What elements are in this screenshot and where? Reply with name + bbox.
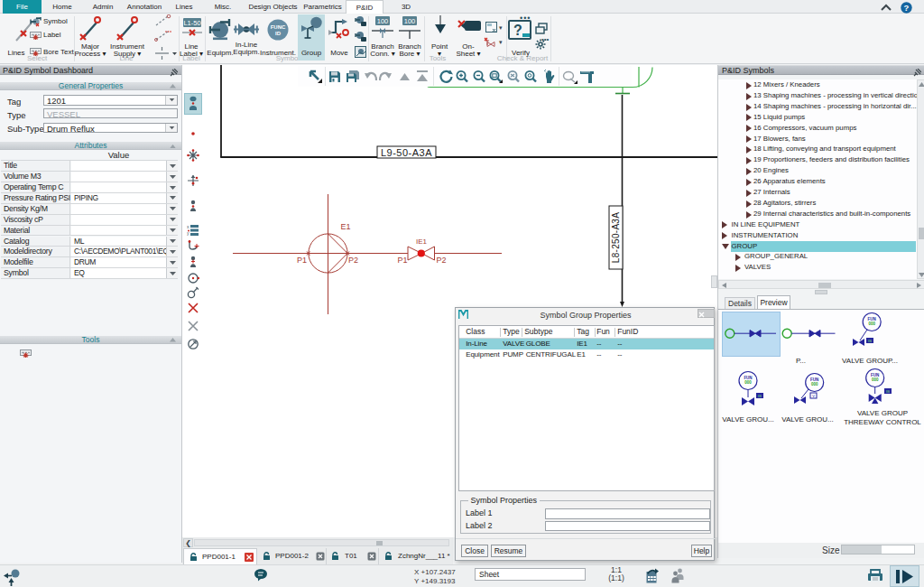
svg-text:P2: P2 [348,256,358,265]
svg-text:x: x [187,224,189,229]
svg-text:L9-50-A3A: L9-50-A3A [381,147,432,158]
svg-text:100: 100 [404,17,416,25]
svg-text:?: ? [904,3,910,13]
svg-text:IE1: IE1 [416,238,428,246]
svg-text:L1-50: L1-50 [183,19,200,27]
svg-text:P1: P1 [398,256,408,265]
svg-text:IB: IB [886,389,890,394]
svg-text:IB: IB [758,394,762,398]
svg-text:000: 000 [868,321,875,326]
svg-text:V: V [812,394,815,398]
svg-text:000: 000 [872,377,879,382]
svg-text:?: ? [513,23,522,38]
svg-text:100: 100 [377,17,389,25]
svg-text:000: 000 [744,380,752,385]
svg-text:IB: IB [868,339,872,343]
svg-text:000: 000 [811,382,818,387]
svg-text:L8-250-A3A: L8-250-A3A [611,212,621,263]
svg-text:ID: ID [275,31,282,36]
svg-text:P2: P2 [437,256,447,265]
svg-text:FUNC: FUNC [271,24,286,30]
svg-text:E1: E1 [341,222,351,231]
svg-text:P1: P1 [297,256,307,265]
